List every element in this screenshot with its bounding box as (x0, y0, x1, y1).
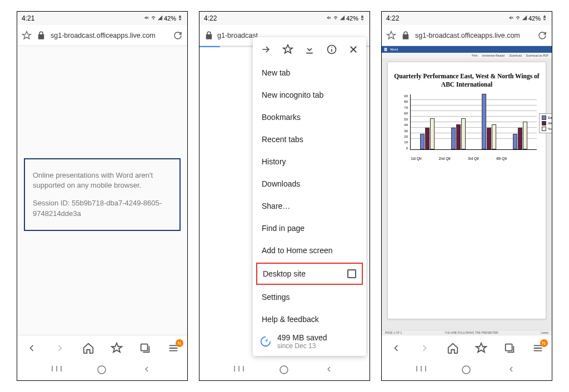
menu-downloads[interactable]: Downloads (253, 173, 366, 195)
toolbar-pdf[interactable]: Download as PDF (526, 54, 548, 57)
bookmarks-button[interactable] (475, 341, 488, 355)
lock-icon (204, 31, 214, 41)
data-saved-amount: 499 MB saved (277, 333, 327, 342)
refresh-icon[interactable] (537, 31, 547, 41)
battery-text: 42% (346, 15, 358, 22)
browser-bottom-nav: N (382, 335, 552, 360)
close-icon[interactable] (347, 43, 360, 56)
menu-share[interactable]: Share… (253, 195, 366, 217)
browser-bottom-nav: N (17, 335, 187, 360)
system-nav (382, 360, 552, 380)
bar-east-1stQtr (420, 134, 425, 149)
overflow-menu: New tab New incognito tab Bookmarks Rece… (253, 37, 366, 356)
status-time: 4:22 (204, 14, 217, 22)
url-text[interactable]: sg1-broadcast.officeapps.live.com (51, 32, 168, 39)
info-icon[interactable] (326, 43, 338, 56)
back-nav-button[interactable] (142, 365, 153, 376)
status-icons: 42% (326, 15, 365, 22)
status-icons: 42% (144, 15, 183, 22)
menu-add-home[interactable]: Add to Home screen (253, 239, 366, 262)
menu-button[interactable]: N (167, 341, 180, 355)
back-button[interactable] (25, 341, 38, 355)
download-icon[interactable] (303, 43, 316, 56)
home-nav-button[interactable] (461, 365, 472, 376)
document-page: Quarterly Performance East, West & North… (387, 62, 546, 319)
menu-button[interactable]: N (531, 341, 545, 355)
menu-desktop-site-label: Desktop site (263, 269, 306, 278)
phone-screenshot-3: 4:22 42% sg1-broadcast.officeapps.live.c… (381, 11, 552, 381)
menu-new-incognito[interactable]: New incognito tab (253, 84, 366, 106)
menu-badge: N (540, 339, 548, 347)
tabs-button[interactable] (503, 341, 516, 355)
recents-button[interactable] (416, 365, 427, 376)
data-saved-since: since Dec 13 (277, 342, 327, 350)
star-icon[interactable] (282, 43, 294, 56)
leave-link[interactable]: Leave (541, 331, 548, 334)
svg-rect-0 (141, 344, 147, 350)
lock-icon (401, 31, 411, 41)
bookmarks-button[interactable] (110, 341, 123, 355)
status-time: 4:22 (386, 14, 399, 22)
home-button[interactable] (82, 341, 95, 355)
home-nav-button[interactable] (97, 365, 108, 376)
status-bar: 4:21 42% (17, 12, 187, 25)
legend-east: East (548, 116, 552, 119)
menu-recent-tabs[interactable]: Recent tabs (253, 128, 366, 150)
phone-screenshot-1: 4:21 42% (17, 11, 188, 381)
chart-legend: East West North (539, 113, 552, 133)
back-nav-button[interactable] (507, 365, 518, 376)
back-button[interactable] (390, 341, 403, 355)
menu-help[interactable]: Help & feedback (253, 308, 366, 330)
bar-north-2ndQtr (461, 118, 466, 149)
wifi-icon (333, 15, 338, 22)
menu-settings[interactable]: Settings (253, 286, 366, 308)
gauge-icon (259, 335, 272, 348)
toolbar-download[interactable]: Download (509, 54, 521, 57)
bar-north-1stQtr (430, 118, 435, 149)
url-text[interactable]: g1-broadcast (217, 32, 258, 39)
battery-icon (542, 15, 547, 22)
legend-north: North (548, 127, 552, 130)
refresh-icon[interactable] (173, 31, 183, 41)
menu-data-saved[interactable]: 499 MB saved since Dec 13 (253, 330, 366, 353)
recents-button[interactable] (51, 365, 62, 376)
url-text[interactable]: sg1-broadcast.officeapps.live.com (415, 32, 533, 39)
page-content: Word Print Immersive Reader Download Dow… (382, 46, 552, 335)
unsupported-message-box: Online presentations with Word aren't su… (24, 158, 181, 231)
bar-west-2ndQtr (456, 124, 461, 149)
menu-new-tab[interactable]: New tab (253, 62, 366, 84)
recents-button[interactable] (233, 365, 244, 376)
mute-icon (326, 15, 332, 22)
bar-east-2ndQtr (451, 128, 456, 149)
system-nav (17, 360, 187, 380)
toolbar-immersive[interactable]: Immersive Reader (482, 54, 505, 57)
url-bar[interactable]: sg1-broadcast.officeapps.live.com (382, 25, 552, 46)
tabs-button[interactable] (138, 341, 152, 355)
page-indicator: PAGE 1 OF 1 (385, 331, 402, 334)
toolbar-print[interactable]: Print (472, 54, 477, 57)
signal-icon (522, 15, 527, 22)
menu-history[interactable]: History (253, 150, 366, 173)
battery-icon (360, 15, 365, 22)
favorite-icon[interactable] (386, 31, 396, 41)
menu-find-in-page[interactable]: Find in page (253, 217, 366, 239)
bar-west-3rdQtr (487, 128, 491, 149)
svg-rect-14 (505, 344, 512, 350)
menu-desktop-site[interactable]: Desktop site (256, 263, 363, 285)
back-nav-button[interactable] (325, 365, 336, 376)
url-bar[interactable]: sg1-broadcast.officeapps.live.com (17, 25, 187, 46)
page-content: Online presentations with Word aren't su… (17, 46, 187, 335)
home-button[interactable] (446, 341, 460, 355)
home-nav-button[interactable] (279, 365, 290, 376)
forward-button (53, 341, 67, 355)
desktop-site-checkbox[interactable] (347, 269, 356, 278)
status-bar: 4:22 42% (382, 12, 552, 25)
bar-west-4thQtr (518, 128, 522, 149)
status-time: 4:21 (22, 14, 34, 22)
favorite-icon[interactable] (22, 31, 32, 41)
word-app-icon (384, 47, 388, 52)
word-app-name: Word (390, 48, 398, 51)
word-toolbar: Print Immersive Reader Download Download… (382, 53, 552, 58)
menu-bookmarks[interactable]: Bookmarks (253, 106, 366, 128)
forward-icon[interactable] (259, 43, 272, 56)
